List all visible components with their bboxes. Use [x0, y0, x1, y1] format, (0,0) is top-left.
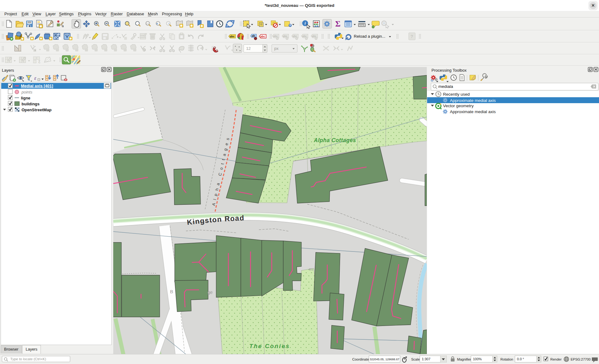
svg-text:abc: abc — [260, 35, 265, 38]
svg-text:12: 12 — [246, 46, 251, 51]
svg-text:a: a — [62, 24, 64, 28]
svg-text:?: ? — [411, 34, 413, 39]
svg-text:✱: ✱ — [40, 37, 42, 40]
svg-text:✱: ✱ — [70, 37, 72, 40]
svg-text:Approximate medial axis: Approximate medial axis — [450, 98, 496, 103]
svg-text:Medial axis [401]: Medial axis [401] — [21, 84, 53, 88]
svg-text:Ƹ: Ƹ — [38, 60, 41, 63]
svg-text:✱: ✱ — [59, 37, 62, 40]
svg-text:ε: ε — [34, 75, 37, 81]
svg-text:Recently used: Recently used — [443, 92, 470, 97]
svg-text:i: i — [304, 21, 306, 26]
svg-text:ge: ge — [207, 290, 213, 295]
svg-text:✱: ✱ — [40, 25, 42, 28]
svg-text:px: px — [274, 46, 279, 51]
svg-text:Reload a plugin...: Reload a plugin... — [354, 34, 385, 39]
svg-text:The Conies: The Conies — [249, 343, 290, 349]
svg-text:ab: ab — [252, 34, 255, 37]
svg-text:Vector geometry: Vector geometry — [443, 103, 474, 108]
svg-text:✱: ✱ — [50, 37, 52, 40]
svg-text:✱: ✱ — [201, 24, 203, 28]
svg-text:es: es — [309, 267, 313, 271]
svg-text:✱: ✱ — [180, 24, 183, 27]
svg-text:OpenStreetMap: OpenStreetMap — [22, 108, 51, 112]
svg-text:points: points — [21, 90, 32, 94]
svg-text:Alpha Cottages: Alpha Cottages — [314, 137, 356, 143]
svg-text:B: B — [170, 289, 173, 294]
svg-text:ligne: ligne — [21, 96, 30, 100]
svg-text:✱: ✱ — [190, 24, 193, 27]
svg-text:Σ: Σ — [335, 19, 341, 28]
svg-text:1:1: 1:1 — [146, 23, 149, 25]
svg-text:Approximate medial axis: Approximate medial axis — [450, 109, 496, 114]
svg-text:abc: abc — [230, 35, 235, 38]
svg-text:✱: ✱ — [21, 37, 24, 41]
svg-text:✱: ✱ — [31, 37, 33, 40]
svg-text:buildings: buildings — [22, 102, 40, 106]
